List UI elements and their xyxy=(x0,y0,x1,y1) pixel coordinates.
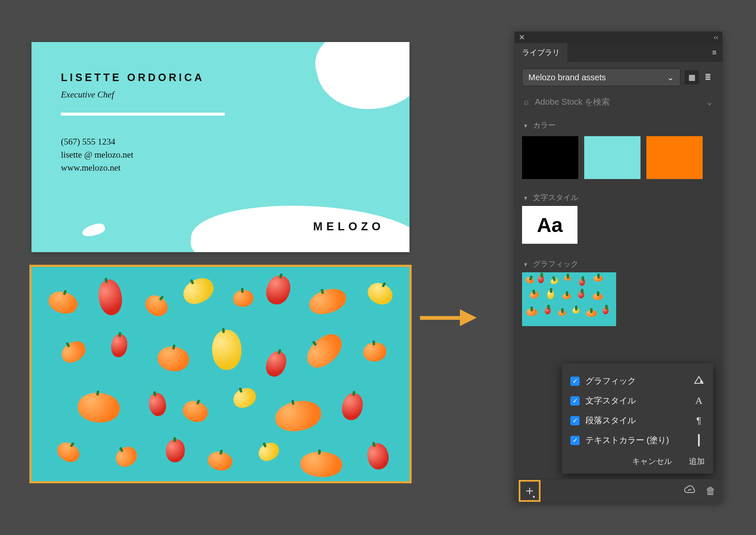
graphic-thumbnail[interactable] xyxy=(522,272,616,326)
popup-label: テキストカラー (塗り) xyxy=(585,435,669,446)
checkbox-checked[interactable]: ✓ xyxy=(570,436,580,445)
dropdown-dot-icon xyxy=(533,496,535,498)
library-dropdown[interactable]: Melozo brand assets ⌄ xyxy=(522,69,680,86)
add-content-popup: ✓ グラフィック ✓ 文字スタイル A ✓ 段落スタイル ¶ ✓ テキスト xyxy=(562,364,713,474)
graphic-icon xyxy=(693,376,705,387)
section-label: カラー xyxy=(533,121,556,129)
popup-label: 文字スタイル xyxy=(585,395,636,406)
libraries-panel: ✕ ‹‹ ライブラリ ≡ Melozo brand assets ⌄ ▦ ≣ ⌕ xyxy=(514,32,722,502)
card-title: Executive Chef xyxy=(61,90,225,100)
search-icon: ⌕ xyxy=(524,97,529,106)
svg-point-0 xyxy=(700,380,703,383)
color-swatch-row xyxy=(522,134,715,189)
add-button[interactable]: 追加 xyxy=(689,456,705,467)
section-header-type[interactable]: ▼ 文字スタイル xyxy=(522,189,715,206)
color-swatch[interactable] xyxy=(584,136,640,179)
card-tear-shape xyxy=(81,222,106,238)
card-text-block: LISETTE ORDORICA Executive Chef (567) 55… xyxy=(61,71,225,176)
type-sample: Aa xyxy=(537,213,562,237)
section-label: 文字スタイル xyxy=(533,193,578,202)
section-header-graphic[interactable]: ▼ グラフィック xyxy=(522,256,715,272)
checkbox-checked[interactable]: ✓ xyxy=(570,377,580,386)
peppers-image xyxy=(32,267,410,481)
panel-menu-icon[interactable]: ≡ xyxy=(712,48,722,57)
fill-color-icon xyxy=(693,435,705,446)
type-icon: A xyxy=(693,395,705,406)
view-list-button[interactable]: ≣ xyxy=(701,70,715,84)
card-web: www.melozo.net xyxy=(61,163,225,173)
triangle-down-icon: ▼ xyxy=(523,261,528,268)
section-label: グラフィック xyxy=(533,260,578,268)
card-name: LISETTE ORDORICA xyxy=(61,71,225,84)
chevron-down-icon: ⌄ xyxy=(667,72,674,82)
tab-libraries[interactable]: ライブラリ xyxy=(514,43,567,62)
popup-label: 段落スタイル xyxy=(585,415,636,426)
view-grid-button[interactable]: ▦ xyxy=(685,70,699,84)
close-icon[interactable]: ✕ xyxy=(519,33,525,42)
cancel-button[interactable]: キャンセル xyxy=(632,456,672,467)
card-tear-shape xyxy=(309,42,410,121)
checkbox-checked[interactable]: ✓ xyxy=(570,396,580,406)
panel-topbar: ✕ ‹‹ xyxy=(514,32,722,43)
character-style-swatch[interactable]: Aa xyxy=(522,206,578,244)
popup-label: グラフィック xyxy=(585,375,636,387)
cloud-sync-icon[interactable] xyxy=(684,485,696,497)
triangle-down-icon: ▼ xyxy=(523,195,528,201)
collapse-icon[interactable]: ‹‹ xyxy=(714,34,718,41)
chevron-down-icon[interactable]: ⌄ xyxy=(706,97,713,107)
popup-option-graphic[interactable]: ✓ グラフィック xyxy=(570,371,705,391)
trash-icon[interactable]: 🗑 xyxy=(706,485,716,497)
panel-tabbar: ライブラリ ≡ xyxy=(514,43,722,62)
selected-image[interactable] xyxy=(29,265,412,483)
add-content-button[interactable]: ＋ xyxy=(519,480,541,502)
popup-option-textcolor[interactable]: ✓ テキストカラー (塗り) xyxy=(570,430,705,450)
checkbox-checked[interactable]: ✓ xyxy=(570,416,580,425)
panel-body: Melozo brand assets ⌄ ▦ ≣ ⌕ Adobe Stock … xyxy=(514,62,722,351)
search-placeholder: Adobe Stock を検索 xyxy=(535,97,610,106)
section-header-color[interactable]: ▼ カラー xyxy=(522,117,715,134)
grid-icon: ▦ xyxy=(688,73,696,82)
list-icon: ≣ xyxy=(705,73,711,82)
library-selected-label: Melozo brand assets xyxy=(528,73,606,82)
popup-option-charstyle[interactable]: ✓ 文字スタイル A xyxy=(570,391,705,411)
panel-footer: ＋ 🗑 xyxy=(514,479,722,502)
search-input[interactable]: ⌕ Adobe Stock を検索 ⌄ xyxy=(522,92,715,117)
popup-option-parastyle[interactable]: ✓ 段落スタイル ¶ xyxy=(570,411,705,430)
color-swatch[interactable] xyxy=(646,136,703,179)
color-swatch[interactable] xyxy=(522,136,578,179)
instruction-arrow-icon xyxy=(420,309,479,326)
triangle-down-icon: ▼ xyxy=(523,123,528,129)
card-logo-text: MELOZO xyxy=(313,220,385,233)
card-divider xyxy=(61,113,225,116)
card-phone: (567) 555 1234 xyxy=(61,137,225,147)
business-card-artwork: LISETTE ORDORICA Executive Chef (567) 55… xyxy=(32,42,410,252)
card-email: lisette @ melozo.net xyxy=(61,150,225,160)
pilcrow-icon: ¶ xyxy=(693,415,705,426)
